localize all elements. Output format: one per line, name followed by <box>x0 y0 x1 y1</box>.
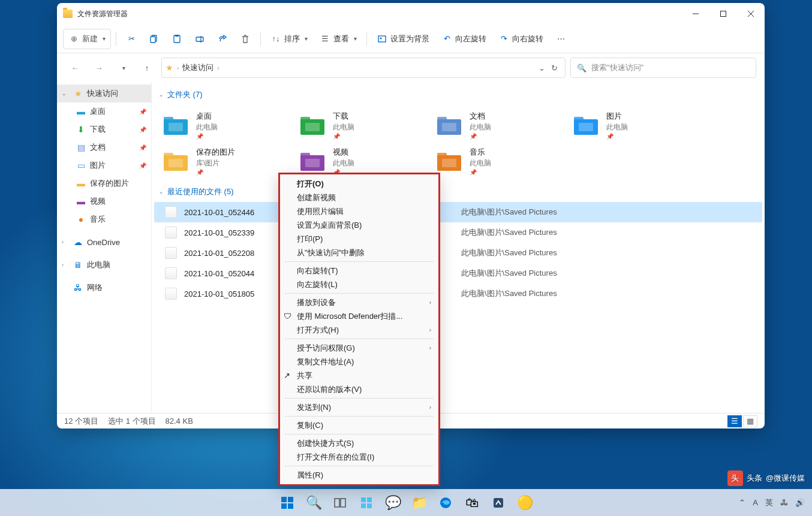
svg-rect-37 <box>335 499 339 507</box>
sidebar-onedrive[interactable]: ›☁OneDrive <box>57 233 151 251</box>
rotate-left-button[interactable]: ↶向左旋转 <box>437 29 491 49</box>
rotate-right-button[interactable]: ↷向右旋转 <box>494 29 548 49</box>
tiles-view-button[interactable]: ▦ <box>743 415 757 427</box>
rotate-left-icon: ↶ <box>441 34 452 44</box>
file-icon <box>165 247 177 259</box>
rename-button[interactable] <box>190 29 210 49</box>
more-button[interactable]: ⋯ <box>551 29 571 49</box>
window-title: 文件资源管理器 <box>77 9 128 19</box>
cm-rotate-right[interactable]: 向右旋转(T) <box>280 264 438 277</box>
cut-button[interactable]: ✂ <box>121 29 142 49</box>
up-button[interactable]: ↑ <box>137 58 157 77</box>
cm-cast[interactable]: 播放到设备› <box>280 295 438 309</box>
sidebar-desktop[interactable]: ▬桌面📌 <box>57 102 151 120</box>
store-button[interactable]: 🛍 <box>460 491 484 515</box>
cm-open-with[interactable]: 打开方式(H)› <box>280 323 438 337</box>
forward-button[interactable]: → <box>89 58 109 77</box>
file-row[interactable]: 2021-10-01_052208此电脑\图片\Saved Pictures <box>154 243 762 263</box>
cm-rotate-left[interactable]: 向左旋转(L) <box>280 277 438 291</box>
set-background-button[interactable]: 设置为背景 <box>372 29 434 49</box>
chevron-down-icon[interactable]: ⌄ <box>539 64 545 73</box>
details-view-button[interactable]: ☰ <box>727 415 742 427</box>
sidebar-saved-pictures[interactable]: ▬保存的图片 <box>57 174 151 192</box>
address-bar[interactable]: ★ › 快速访问 › ⌄ ↻ <box>161 58 566 78</box>
file-row[interactable]: 2021-10-01_052044此电脑\图片\Saved Pictures <box>154 263 762 283</box>
search-input[interactable]: 🔍 搜索"快速访问" <box>570 58 756 78</box>
app2-button[interactable]: 🟡 <box>513 491 537 515</box>
folder-item[interactable]: 下载此电脑📌 <box>293 107 430 143</box>
breadcrumb-item[interactable]: 快速访问 <box>182 62 213 73</box>
explorer-button[interactable]: 📁 <box>407 491 431 515</box>
search-button[interactable]: 🔍 <box>302 491 326 515</box>
cm-defender[interactable]: 🛡使用 Microsoft Defender扫描... <box>280 309 438 323</box>
sidebar-documents[interactable]: ▤文档📌 <box>57 138 151 156</box>
copy-button[interactable] <box>144 29 164 49</box>
chevron-down-icon: ▾ <box>103 35 106 42</box>
sidebar-quick-access[interactable]: ⌄★快速访问 <box>57 85 151 102</box>
folder-item[interactable]: 保存的图片库\图片📌 <box>157 143 293 179</box>
volume-icon[interactable]: 🔊 <box>795 498 805 507</box>
sort-button[interactable]: ↑↓排序▾ <box>266 29 312 49</box>
paste-button[interactable] <box>167 29 187 49</box>
maximize-button[interactable] <box>709 3 737 25</box>
widgets-button[interactable] <box>354 491 378 515</box>
cm-print[interactable]: 打印(P) <box>280 232 438 246</box>
edge-button[interactable] <box>434 491 458 515</box>
folder-item[interactable]: 图片此电脑📌 <box>567 107 703 143</box>
share-button[interactable] <box>212 29 233 49</box>
cm-restore[interactable]: 还原以前的版本(V) <box>280 382 438 396</box>
cm-shortcut[interactable]: 创建快捷方式(S) <box>280 436 438 450</box>
folder-item[interactable]: 文档此电脑📌 <box>430 107 567 143</box>
sidebar-network[interactable]: 🖧网络 <box>57 279 151 297</box>
app-button[interactable] <box>486 491 510 515</box>
chevron-right-icon: › <box>429 345 431 351</box>
cm-set-desktop-bg[interactable]: 设置为桌面背景(B) <box>280 218 438 232</box>
recent-button[interactable]: ▾ <box>113 58 133 77</box>
sidebar-this-pc[interactable]: ›🖥此电脑 <box>57 256 151 274</box>
system-tray[interactable]: ⌃ A 英 🖧 🔊 <box>739 497 805 508</box>
cm-share[interactable]: ↗共享 <box>280 369 438 382</box>
cm-send-to[interactable]: 发送到(N)› <box>280 400 438 414</box>
start-button[interactable] <box>275 491 299 515</box>
file-row[interactable]: 2021-10-01_052339此电脑\图片\Saved Pictures <box>154 222 762 243</box>
sidebar-pictures[interactable]: ▭图片📌 <box>57 156 151 174</box>
sidebar-downloads[interactable]: ⬇下载📌 <box>57 120 151 138</box>
sidebar-music[interactable]: ●音乐 <box>57 210 151 228</box>
cm-copy-path[interactable]: 复制文件地址(A) <box>280 355 438 369</box>
view-button[interactable]: ☰查看▾ <box>315 29 362 49</box>
cm-remove-quick[interactable]: 从"快速访问"中删除 <box>280 246 438 259</box>
cm-grant-access[interactable]: 授予访问权限(G)› <box>280 341 438 355</box>
minimize-button[interactable] <box>682 3 709 25</box>
delete-button[interactable] <box>235 29 255 49</box>
new-button[interactable]: ⊕ 新建 ▾ <box>63 29 111 49</box>
cm-edit-photos[interactable]: 使用照片编辑 <box>280 204 438 218</box>
file-row[interactable]: 2021-10-01_051805此电脑\图片\Saved Pictures <box>154 283 762 304</box>
cm-open-location[interactable]: 打开文件所在的位置(I) <box>280 450 438 464</box>
chevron-up-icon[interactable]: ⌃ <box>739 498 745 507</box>
back-button[interactable]: ← <box>65 58 85 77</box>
titlebar[interactable]: 文件资源管理器 <box>57 3 765 25</box>
cm-open[interactable]: 打开(O) <box>280 177 438 191</box>
task-view-button[interactable] <box>328 491 352 515</box>
svg-rect-28 <box>300 153 310 156</box>
svg-rect-39 <box>361 497 366 502</box>
file-row[interactable]: 2021-10-01_052446此电脑\图片\Saved Pictures <box>154 202 762 222</box>
cm-properties[interactable]: 属性(R) <box>280 468 438 482</box>
close-button[interactable] <box>737 3 765 25</box>
chat-button[interactable]: 💬 <box>381 491 405 515</box>
svg-rect-23 <box>579 123 593 131</box>
folder-item[interactable]: 桌面此电脑📌 <box>157 107 293 143</box>
group-recent[interactable]: ⌄最近使用的文件 (5) <box>154 184 762 200</box>
svg-rect-35 <box>281 503 287 509</box>
group-folders[interactable]: ⌄文件夹 (7) <box>154 87 762 102</box>
folder-item[interactable]: 音乐此电脑📌 <box>430 143 567 179</box>
network-icon[interactable]: 🖧 <box>780 498 788 507</box>
more-icon: ⋯ <box>555 34 566 44</box>
cm-create-video[interactable]: 创建新视频 <box>280 191 438 204</box>
cm-copy[interactable]: 复制(C) <box>280 418 438 432</box>
sidebar-videos[interactable]: ▬视频 <box>57 192 151 210</box>
refresh-icon[interactable]: ↻ <box>551 64 558 73</box>
folder-icon <box>63 10 73 18</box>
content-area: ⌄文件夹 (7) 桌面此电脑📌下载此电脑📌文档此电脑📌图片此电脑📌保存的图片库\… <box>152 82 765 413</box>
file-icon <box>165 227 177 239</box>
